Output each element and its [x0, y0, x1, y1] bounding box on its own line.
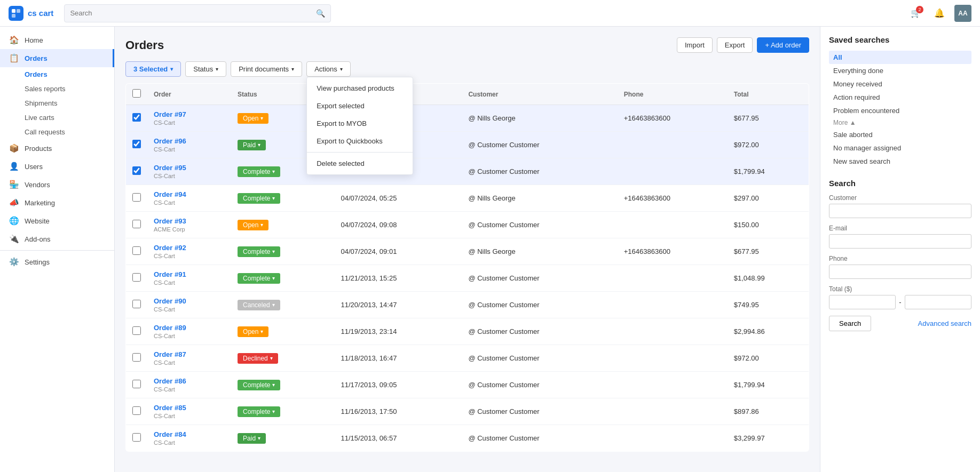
- row-checkbox-90[interactable]: [132, 300, 141, 308]
- sidebar-item-products[interactable]: 📦 Products: [0, 139, 114, 157]
- email-input[interactable]: [829, 234, 971, 249]
- sidebar-item-website[interactable]: 🌐 Website: [0, 212, 114, 230]
- phone-input[interactable]: [829, 265, 971, 279]
- status-badge-91[interactable]: Complete ▾: [238, 273, 280, 284]
- status-badge-92[interactable]: Complete ▾: [238, 246, 280, 257]
- select-all-checkbox[interactable]: [132, 89, 141, 98]
- total-max-input[interactable]: [905, 295, 971, 309]
- order-number-97[interactable]: Order #97: [154, 110, 225, 118]
- saved-search-action-required[interactable]: Action required: [829, 91, 971, 104]
- saved-search-problem-encountered[interactable]: Problem encountered: [829, 104, 971, 117]
- order-number-95[interactable]: Order #95: [154, 164, 225, 172]
- status-badge-86[interactable]: Complete ▾: [238, 380, 280, 390]
- sidebar-item-home[interactable]: 🏠 Home: [0, 31, 114, 49]
- status-badge-97[interactable]: Open ▾: [238, 113, 268, 124]
- order-number-85[interactable]: Order #85: [154, 404, 225, 412]
- row-checkbox-93[interactable]: [132, 220, 141, 228]
- sidebar-item-vendors[interactable]: 🏪 Vendors: [0, 175, 114, 194]
- row-checkbox-86[interactable]: [132, 380, 141, 388]
- status-badge-96[interactable]: Paid ▾: [238, 140, 266, 150]
- status-badge-90[interactable]: Canceled ▾: [238, 300, 280, 310]
- order-customer-84[interactable]: @ Customer Customer: [462, 425, 617, 452]
- sidebar-item-users[interactable]: 👤 Users: [0, 157, 114, 175]
- print-button[interactable]: Print documents ▾: [231, 61, 302, 77]
- export-button[interactable]: Export: [717, 37, 753, 53]
- selected-button[interactable]: 3 Selected ▾: [125, 61, 181, 77]
- order-number-87[interactable]: Order #87: [154, 350, 225, 358]
- logo[interactable]: cs cart: [9, 6, 53, 21]
- status-button[interactable]: Status ▾: [185, 61, 226, 77]
- row-checkbox-91[interactable]: [132, 273, 141, 282]
- search-input[interactable]: [70, 9, 316, 17]
- sidebar-item-addons[interactable]: 🔌 Add-ons: [0, 230, 114, 248]
- order-customer-90[interactable]: @ Customer Customer: [462, 292, 617, 318]
- menu-item-delete-selected[interactable]: Delete selected: [307, 155, 413, 172]
- order-number-86[interactable]: Order #86: [154, 377, 225, 385]
- import-button[interactable]: Import: [677, 37, 713, 53]
- saved-search-sale-aborted[interactable]: Sale aborted: [829, 128, 971, 141]
- bell-icon[interactable]: 🔔: [931, 5, 948, 22]
- saved-search-everything-done[interactable]: Everything done: [829, 64, 971, 77]
- sidebar-sub-item-shipments[interactable]: Shipments: [25, 96, 114, 110]
- row-checkbox-84[interactable]: [132, 433, 141, 442]
- order-customer-93[interactable]: @ Customer Customer: [462, 212, 617, 238]
- status-badge-89[interactable]: Open ▾: [238, 326, 268, 337]
- order-customer-92[interactable]: @ Nills George: [462, 238, 617, 265]
- row-checkbox-89[interactable]: [132, 326, 141, 335]
- status-badge-84[interactable]: Paid ▾: [238, 433, 266, 444]
- order-customer-91[interactable]: @ Customer Customer: [462, 265, 617, 292]
- advanced-search-button[interactable]: Advanced search: [918, 316, 971, 331]
- order-customer-94[interactable]: @ Nills George: [462, 185, 617, 212]
- status-badge-85[interactable]: Complete ▾: [238, 406, 280, 417]
- order-number-94[interactable]: Order #94: [154, 190, 225, 198]
- order-customer-97[interactable]: @ Nills George: [462, 105, 617, 132]
- row-checkbox-85[interactable]: [132, 406, 141, 415]
- sidebar-item-orders[interactable]: 📋 Orders: [0, 49, 114, 67]
- order-number-90[interactable]: Order #90: [154, 297, 225, 305]
- menu-item-view-products[interactable]: View purchased products: [307, 79, 413, 97]
- order-number-96[interactable]: Order #96: [154, 137, 225, 145]
- customer-input[interactable]: [829, 204, 971, 218]
- sidebar-sub-item-orders[interactable]: Orders: [25, 67, 114, 82]
- sidebar-sub-item-call-requests[interactable]: Call requests: [25, 125, 114, 139]
- saved-search-new[interactable]: New saved search: [829, 155, 971, 168]
- saved-search-more[interactable]: More ▲: [829, 117, 971, 128]
- order-customer-87[interactable]: @ Customer Customer: [462, 345, 617, 372]
- order-customer-95[interactable]: @ Customer Customer: [462, 158, 617, 185]
- order-customer-89[interactable]: @ Customer Customer: [462, 318, 617, 345]
- add-order-button[interactable]: + Add order: [757, 37, 809, 53]
- sidebar-item-marketing[interactable]: 📣 Marketing: [0, 194, 114, 212]
- order-customer-86[interactable]: @ Customer Customer: [462, 372, 617, 398]
- saved-search-all[interactable]: All: [829, 51, 971, 64]
- status-badge-93[interactable]: Open ▾: [238, 220, 268, 230]
- order-customer-85[interactable]: @ Customer Customer: [462, 398, 617, 425]
- order-number-91[interactable]: Order #91: [154, 270, 225, 278]
- sidebar-sub-item-live-carts[interactable]: Live carts: [25, 110, 114, 125]
- status-badge-94[interactable]: Complete ▾: [238, 193, 280, 204]
- order-number-89[interactable]: Order #89: [154, 324, 225, 332]
- order-number-84[interactable]: Order #84: [154, 430, 225, 438]
- notification-icon[interactable]: 🛒 2: [907, 5, 924, 22]
- row-checkbox-92[interactable]: [132, 246, 141, 255]
- menu-item-export-myob[interactable]: Export to MYOB: [307, 115, 413, 132]
- actions-button[interactable]: Actions ▾: [306, 61, 351, 77]
- order-customer-96[interactable]: @ Customer Customer: [462, 132, 617, 158]
- sidebar-item-settings[interactable]: ⚙️ Settings: [0, 253, 114, 271]
- saved-search-no-manager[interactable]: No manager assigned: [829, 141, 971, 155]
- user-avatar[interactable]: AA: [954, 5, 971, 22]
- row-checkbox-87[interactable]: [132, 353, 141, 362]
- row-checkbox-94[interactable]: [132, 193, 141, 202]
- sidebar-sub-item-sales-reports[interactable]: Sales reports: [25, 82, 114, 96]
- menu-item-export-quickbooks[interactable]: Export to Quickbooks: [307, 132, 413, 150]
- status-badge-95[interactable]: Complete ▾: [238, 166, 280, 177]
- order-number-93[interactable]: Order #93: [154, 217, 225, 225]
- saved-search-money-received[interactable]: Money received: [829, 77, 971, 91]
- row-checkbox-97[interactable]: [132, 113, 141, 122]
- menu-item-export-selected[interactable]: Export selected: [307, 97, 413, 115]
- order-number-92[interactable]: Order #92: [154, 244, 225, 252]
- status-badge-87[interactable]: Declined ▾: [238, 353, 278, 364]
- row-checkbox-95[interactable]: [132, 166, 141, 175]
- search-button[interactable]: Search: [829, 316, 871, 331]
- total-min-input[interactable]: [829, 295, 896, 309]
- row-checkbox-96[interactable]: [132, 140, 141, 148]
